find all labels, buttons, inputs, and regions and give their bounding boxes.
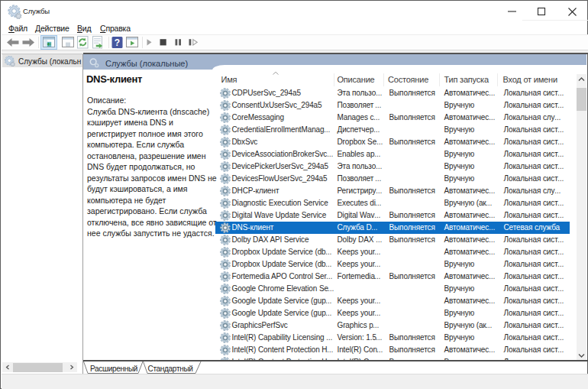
svg-text:Расширенный: Расширенный	[90, 365, 137, 373]
svg-text:Стандартный: Стандартный	[148, 365, 193, 373]
svg-text:?: ?	[115, 37, 120, 48]
